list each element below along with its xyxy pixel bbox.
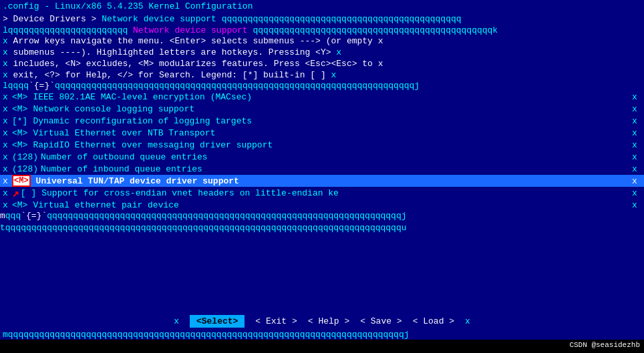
- breadcrumb-bar: > Device Drivers > Network device suppor…: [0, 13, 644, 25]
- menu-item-rapidio[interactable]: x <M> RapidIO Ethernet over messaging dr…: [0, 139, 644, 151]
- menu-item-cross-endian[interactable]: x ↗ [ ] Support for cross-endian vnet he…: [0, 187, 644, 199]
- terminal-window: .config - Linux/x86 5.4.235 Kernel Confi…: [0, 0, 644, 353]
- watermark-text: CSDN @seasidezhb: [569, 341, 640, 349]
- menu-item-tuntap[interactable]: x <M> Universal TUN/TAP device driver su…: [0, 175, 644, 187]
- info-line-2: x submenus ----). Highlighted letters ar…: [0, 47, 644, 58]
- info-line-4: x exit, <?> for Help, </> for Search. Le…: [0, 69, 644, 81]
- title-bar: .config - Linux/x86 5.4.235 Kernel Confi…: [0, 0, 644, 13]
- tuntap-label: Universal TUN/TAP device driver support: [36, 176, 632, 186]
- bottom-border: mqqqqqqqqqqqqqqqqqqqqqqqqqqqqqqqqqqqqqqq…: [0, 330, 644, 340]
- menu-area: lqqqqqqqqqqqqqqqqqqqqqqq Network device …: [0, 25, 644, 312]
- box-title: Network device support: [133, 25, 248, 35]
- menu-item-dynamic-reconf[interactable]: x [*] Dynamic reconfiguration of logging…: [0, 115, 644, 127]
- window-title: .config - Linux/x86 5.4.235 Kernel Confi…: [3, 1, 253, 11]
- breadcrumb: > Device Drivers > Network device suppor…: [3, 14, 462, 24]
- footer-line-2: tqqqqqqqqqqqqqqqqqqqqqqqqqqqqqqqqqqqqqqq…: [0, 223, 644, 235]
- save-button[interactable]: < Save >: [360, 316, 401, 326]
- select-button[interactable]: <Select>: [190, 315, 245, 328]
- watermark: CSDN @seasidezhb: [0, 340, 644, 353]
- menu-item-macsec[interactable]: x <M> IEEE 802.1AE MAC-level encryption …: [0, 91, 644, 103]
- footer-line-1: mqqq`{=}`qqqqqqqqqqqqqqqqqqqqqqqqqqqqqqq…: [0, 211, 644, 223]
- menu-item-inbound-queue[interactable]: x (128) Number of inbound queue entries …: [0, 163, 644, 175]
- exit-button[interactable]: < Exit >: [255, 316, 297, 326]
- menu-item-outbound-queue[interactable]: x (128) Number of outbound queue entries…: [0, 151, 644, 163]
- info-line-1: x Arrow keys navigate the menu. <Enter> …: [0, 35, 644, 47]
- menu-item-netconsole[interactable]: x <M> Network console logging support x: [0, 103, 644, 115]
- info-line-3: x includes, <N> excludes, <M> modularize…: [0, 58, 644, 69]
- separator-line: lqqqq`{=}`qqqqqqqqqqqqqqqqqqqqqqqqqqqqqq…: [0, 81, 644, 91]
- box-top-border: lqqqqqqqqqqqqqqqqqqqqqqq Network device …: [0, 25, 644, 35]
- menu-item-veth-ntb[interactable]: x <M> Virtual Ethernet over NTB Transpor…: [0, 127, 644, 139]
- load-button[interactable]: < Load >: [413, 316, 454, 326]
- menu-item-veth-pair[interactable]: x <M> Virtual ethernet pair device x: [0, 199, 644, 211]
- help-button[interactable]: < Help >: [308, 316, 349, 326]
- arrow-indicator: ↗: [12, 186, 19, 200]
